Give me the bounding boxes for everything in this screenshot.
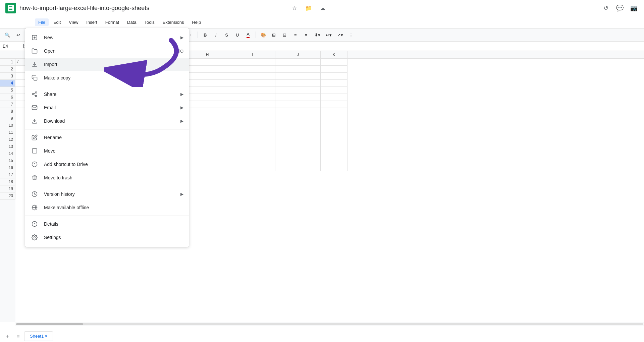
cell-h6[interactable]	[185, 94, 230, 101]
cell-reference[interactable]: E4	[0, 44, 20, 49]
cell-h1[interactable]	[185, 59, 230, 66]
row-header-11[interactable]: 11	[0, 129, 15, 136]
cell-k1[interactable]	[321, 59, 347, 66]
row-header-10[interactable]: 10	[0, 122, 15, 129]
menu-format[interactable]: Format	[102, 18, 122, 26]
cell-k6[interactable]	[321, 94, 347, 101]
cell-j9[interactable]	[275, 115, 321, 122]
cell-h9[interactable]	[185, 115, 230, 122]
cell-k15[interactable]	[321, 157, 347, 164]
menu-item-new[interactable]: New ▶	[25, 31, 189, 44]
cell-k14[interactable]	[321, 150, 347, 157]
menu-help[interactable]: Help	[189, 18, 204, 26]
cell-h4[interactable]	[185, 80, 230, 87]
cell-i14[interactable]	[230, 150, 275, 157]
strikethrough-button[interactable]: S	[222, 30, 231, 40]
row-header-8[interactable]: 8	[0, 108, 15, 115]
cell-j6[interactable]	[275, 94, 321, 101]
cell-h12[interactable]	[185, 136, 230, 143]
cell-j8[interactable]	[275, 108, 321, 115]
cell-k16[interactable]	[321, 164, 347, 171]
cell-j7[interactable]	[275, 101, 321, 108]
menu-item-email[interactable]: Email ▶	[25, 101, 189, 114]
cell-k2[interactable]	[321, 66, 347, 73]
cell-j12[interactable]	[275, 136, 321, 143]
cell-i11[interactable]	[230, 129, 275, 136]
cell-i3[interactable]	[230, 73, 275, 80]
menu-data[interactable]: Data	[124, 18, 140, 26]
cell-h3[interactable]	[185, 73, 230, 80]
sheet-tab-1[interactable]: Sheet1 ▾	[24, 331, 53, 341]
row-header-2[interactable]: 2	[0, 66, 15, 73]
align-button[interactable]: ▾	[302, 30, 311, 40]
row-header-1[interactable]: 1	[0, 59, 15, 66]
menu-item-settings[interactable]: Settings	[25, 231, 189, 244]
more-button[interactable]: ⋮	[346, 30, 356, 40]
menu-item-offline[interactable]: Make available offline	[25, 201, 189, 214]
cell-k7[interactable]	[321, 101, 347, 108]
cell-k4[interactable]	[321, 80, 347, 87]
menu-item-download[interactable]: Download ▶	[25, 114, 189, 128]
menu-item-shortcut[interactable]: Add shortcut to Drive	[25, 158, 189, 171]
folder-icon[interactable]: 📁	[304, 3, 313, 13]
cell-j14[interactable]	[275, 150, 321, 157]
menu-item-trash[interactable]: Move to trash	[25, 171, 189, 184]
cell-i4[interactable]	[230, 80, 275, 87]
cell-i9[interactable]	[230, 115, 275, 122]
cell-i7[interactable]	[230, 101, 275, 108]
cell-j11[interactable]	[275, 129, 321, 136]
cell-j10[interactable]	[275, 122, 321, 129]
valign-button[interactable]: ⬇▾	[312, 30, 322, 40]
rotation-button[interactable]: ↗▾	[335, 30, 345, 40]
menu-item-move[interactable]: Move	[25, 144, 189, 158]
cell-h13[interactable]	[185, 143, 230, 150]
cell-i2[interactable]	[230, 66, 275, 73]
row-header-7[interactable]: 7	[0, 101, 15, 108]
comment-icon[interactable]: 💬	[615, 3, 625, 13]
row-header-12[interactable]: 12	[0, 136, 15, 143]
cell-i1[interactable]	[230, 59, 275, 66]
row-header-18[interactable]: 18	[0, 178, 15, 185]
cell-h8[interactable]	[185, 108, 230, 115]
col-header-h[interactable]: H	[185, 51, 230, 58]
row-header-20[interactable]: 20	[0, 192, 15, 199]
cell-j13[interactable]	[275, 143, 321, 150]
menu-file[interactable]: File	[35, 18, 49, 26]
text-color-button[interactable]: A	[244, 30, 253, 40]
cell-k12[interactable]	[321, 136, 347, 143]
row-header-4[interactable]: 4	[0, 80, 15, 87]
row-header-13[interactable]: 13	[0, 143, 15, 150]
row-header-9[interactable]: 9	[0, 115, 15, 122]
cell-j5[interactable]	[275, 87, 321, 94]
align-left-button[interactable]: ≡	[291, 30, 300, 40]
menu-view[interactable]: View	[65, 18, 82, 26]
row-header-14[interactable]: 14	[0, 150, 15, 157]
cell-k9[interactable]	[321, 115, 347, 122]
scrollbar-track[interactable]	[16, 323, 643, 325]
menu-item-share[interactable]: Share ▶	[25, 88, 189, 101]
toolbar-search[interactable]: 🔍	[3, 30, 12, 40]
fill-color-button[interactable]: 🎨	[259, 30, 268, 40]
cell-i13[interactable]	[230, 143, 275, 150]
row-header-19[interactable]: 19	[0, 185, 15, 192]
row-header-6[interactable]: 6	[0, 94, 15, 101]
history-icon[interactable]: ↺	[601, 3, 610, 13]
menu-extensions[interactable]: Extensions	[159, 18, 187, 26]
italic-button[interactable]: I	[211, 30, 221, 40]
sheet-menu-button[interactable]: ≡	[13, 332, 23, 341]
cell-j2[interactable]	[275, 66, 321, 73]
cell-h14[interactable]	[185, 150, 230, 157]
col-header-j[interactable]: J	[275, 51, 321, 58]
row-header-3[interactable]: 3	[0, 73, 15, 80]
cell-h7[interactable]	[185, 101, 230, 108]
cell-j4[interactable]	[275, 80, 321, 87]
menu-item-open[interactable]: Open ⌘O	[25, 44, 189, 58]
row-header-16[interactable]: 16	[0, 164, 15, 171]
menu-item-details[interactable]: Details	[25, 217, 189, 231]
cell-k11[interactable]	[321, 129, 347, 136]
bold-button[interactable]: B	[201, 30, 210, 40]
cell-i10[interactable]	[230, 122, 275, 129]
cell-i8[interactable]	[230, 108, 275, 115]
cell-h2[interactable]	[185, 66, 230, 73]
row-header-15[interactable]: 15	[0, 157, 15, 164]
